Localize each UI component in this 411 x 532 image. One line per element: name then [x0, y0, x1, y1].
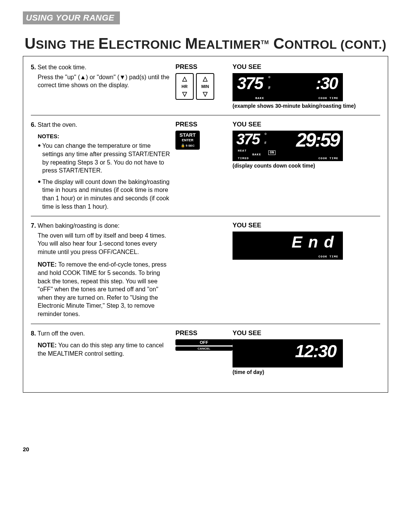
disp6-unit: F [264, 141, 267, 145]
lock-icon: 🔒 [181, 144, 185, 147]
disp5-time: :30 [315, 74, 338, 93]
page-title: USING THE ELECTRONIC MEALTIMERTM CONTROL… [23, 35, 388, 52]
step5-yousee-col: YOU SEE 375 ° F :30 BAKE COOK TIME (exam… [233, 63, 380, 110]
yousee-label-6: YOU SEE [233, 121, 380, 128]
step-7-row: 7. When baking/roasting is done: The ove… [31, 216, 380, 324]
hold-label: 5 SEC [186, 144, 194, 147]
step5-body: Press the "up" (▲) or "down" (▼) pad(s) … [38, 73, 172, 89]
disp8-time: 12:30 [295, 341, 336, 361]
step-8-text: 8. Turn off the oven. NOTE: You can do t… [31, 329, 175, 358]
disp6-time: 29:59 [296, 129, 339, 151]
off-cancel-button[interactable]: OFF CANCEL [175, 339, 233, 351]
step6-notes-label: NOTES: [38, 133, 172, 140]
step8-note-label: NOTE: [38, 342, 57, 348]
t4: LECTRONIC [109, 38, 185, 51]
disp5-cooktime: COOK TIME [319, 96, 338, 100]
enter-label: ENTER [175, 138, 200, 143]
step-7-text: 7. When baking/roasting is done: The ove… [31, 222, 175, 318]
degree-icon: ° [268, 75, 271, 82]
step-5-row: 5. Set the cook time. Press the "up" (▲)… [31, 62, 380, 115]
t2: SING THE [36, 38, 99, 51]
disp6-temp: 375 [236, 131, 260, 148]
oven-display-6: 375 ° F 29:59 HEAT BAKE ON TIMED COOK TI… [233, 131, 343, 161]
oven-display-7: E n d COOK TIME [233, 232, 343, 260]
step7-yousee-col: YOU SEE E n d COOK TIME [233, 222, 380, 260]
hr-label: HR [182, 84, 188, 89]
step6-title: Start the oven. [38, 121, 77, 128]
disp5-bake: BAKE [255, 96, 264, 100]
step8-press-col: PRESS OFF CANCEL [175, 329, 233, 351]
t1: U [25, 35, 36, 52]
bullet-icon: ● [38, 142, 42, 174]
step5-title: Set the cook time. [38, 64, 86, 70]
t-tm: TM [261, 39, 269, 45]
step7-num: 7. [31, 222, 36, 229]
disp5-unit: F [268, 86, 271, 90]
t5: M [185, 35, 198, 52]
step7-body2: To remove the end-of-cycle tones, press … [38, 261, 167, 317]
down-arrow-icon: ▽ [203, 91, 207, 97]
oven-display-5: 375 ° F :30 BAKE COOK TIME [233, 73, 343, 101]
off-label: OFF [175, 339, 233, 345]
step6-yousee-col: YOU SEE 375 ° F 29:59 HEAT BAKE ON TIMED… [233, 121, 380, 169]
step8-title: Turn off the oven. [38, 330, 85, 337]
step6-note2-row: ● The display will count down the baking… [38, 178, 172, 211]
down-arrow-icon: ▽ [182, 91, 187, 97]
t6: EALTIMER [198, 38, 261, 51]
disp6-timed: TIMED [238, 157, 249, 160]
step6-note2: The display will count down the baking/r… [42, 178, 172, 211]
disp6-caption: (display counts down cook time) [233, 163, 380, 169]
press-label-8: PRESS [175, 329, 233, 337]
hr-min-pads: △ HR ▽ △ MIN ▽ [175, 73, 233, 100]
oven-display-8: 12:30 [233, 339, 343, 367]
step-5-text: 5. Set the cook time. Press the "up" (▲)… [31, 63, 175, 89]
disp7-cooktime: COOK TIME [319, 255, 338, 258]
disp6-cooktime: COOK TIME [319, 157, 338, 160]
disp7-end: E n d [292, 233, 335, 251]
yousee-label-7: YOU SEE [233, 222, 380, 229]
disp5-temp: 375 [237, 74, 263, 93]
step5-num: 5. [31, 64, 36, 70]
t9: (CONT.) [340, 38, 386, 51]
step8-num: 8. [31, 330, 36, 337]
step7-body1: The oven will turn off by itself and bee… [38, 232, 172, 256]
page-number: 20 [23, 446, 388, 452]
hold-row: 🔒 5 SEC [175, 144, 200, 148]
hr-pad[interactable]: △ HR ▽ [175, 73, 194, 100]
start-label: START [175, 132, 200, 139]
disp8-caption: (time of day) [233, 369, 380, 376]
disp6-heat: HEAT [238, 149, 247, 152]
step5-press-col: PRESS △ HR ▽ △ MIN ▽ [175, 63, 233, 100]
manual-page: USING YOUR RANGE USING THE ELECTRONIC ME… [0, 0, 411, 468]
press-label-5: PRESS [175, 63, 233, 71]
step8-yousee-col: YOU SEE 12:30 (time of day) [233, 329, 380, 376]
min-pad[interactable]: △ MIN ▽ [196, 73, 214, 100]
step6-note1: You can change the temperature or time s… [42, 142, 172, 174]
step7-title: When baking/roasting is done: [38, 222, 119, 229]
yousee-label-5: YOU SEE [233, 63, 380, 71]
yousee-label-8: YOU SEE [233, 329, 380, 337]
section-header: USING YOUR RANGE [23, 11, 120, 24]
content-box: 5. Set the cook time. Press the "up" (▲)… [23, 56, 388, 393]
press-label-6: PRESS [175, 121, 233, 128]
step-8-row: 8. Turn off the oven. NOTE: You can do t… [31, 324, 380, 381]
t3: E [99, 35, 109, 52]
disp6-on: ON [268, 150, 276, 155]
up-arrow-icon: △ [203, 76, 207, 82]
step6-num: 6. [31, 121, 36, 128]
step-6-row: 6. Start the oven. NOTES: ● You can chan… [31, 115, 380, 216]
up-arrow-icon: △ [182, 76, 187, 82]
step7-note-label: NOTE: [38, 261, 57, 268]
start-enter-button[interactable]: START ENTER 🔒 5 SEC [175, 131, 200, 150]
step-6-text: 6. Start the oven. NOTES: ● You can chan… [31, 121, 175, 211]
cancel-label: CANCEL [175, 347, 233, 351]
step6-press-col: PRESS START ENTER 🔒 5 SEC [175, 121, 233, 150]
disp6-bake: BAKE [252, 153, 261, 156]
disp5-caption: (example shows 30-minute baking/roasting… [233, 103, 380, 110]
bullet-icon: ● [38, 178, 42, 211]
step7-note: NOTE: To remove the end-of-cycle tones, … [38, 260, 172, 318]
t8: ONTROL [285, 38, 341, 51]
t7: C [269, 35, 285, 52]
step8-note: NOTE: You can do this step any time to c… [38, 341, 172, 358]
step6-note1-row: ● You can change the temperature or time… [38, 142, 172, 174]
